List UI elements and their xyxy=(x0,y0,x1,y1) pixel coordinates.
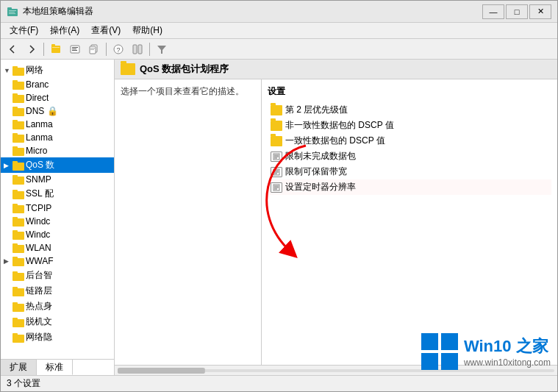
settings-item-conform[interactable]: 一致性数据包的 DSCP 值 xyxy=(268,133,551,149)
limit-unfinished-doc-icon xyxy=(271,152,282,162)
tree-label-wlan: WLAN xyxy=(26,243,51,253)
svg-rect-39 xyxy=(12,191,24,199)
watermark-text-container: Win10 之家 www.win10xitong.com xyxy=(464,335,551,368)
menu-view[interactable]: 查看(V) xyxy=(85,23,126,38)
tree-node-dns[interactable]: DNS 🔒 xyxy=(1,104,114,118)
tree-node-hotspot[interactable]: 热点身 xyxy=(1,299,114,314)
filter-button[interactable] xyxy=(153,41,171,57)
tab-standard[interactable]: 标准 xyxy=(37,360,73,375)
tree-node-windc1[interactable]: Windc xyxy=(1,215,114,228)
folder-icon-hotspot xyxy=(12,302,24,312)
help-button[interactable]: ? xyxy=(110,41,127,57)
folder-icon-snmp xyxy=(12,174,24,185)
svg-rect-30 xyxy=(12,120,18,122)
folder-icon-branch xyxy=(12,79,24,90)
folder-icon-offline xyxy=(12,317,24,327)
layer2-label: 第 2 层优先级值 xyxy=(285,104,348,116)
back-button[interactable] xyxy=(4,41,21,57)
tree-node-link[interactable]: 链路层 xyxy=(1,283,114,299)
maximize-button[interactable]: □ xyxy=(506,4,528,19)
menu-help[interactable]: 帮助(H) xyxy=(126,23,168,38)
svg-rect-26 xyxy=(12,93,18,96)
svg-rect-37 xyxy=(12,177,24,185)
svg-rect-51 xyxy=(12,273,24,281)
tree-node-bgzhi[interactable]: 后台智 xyxy=(1,268,114,283)
tree-node-micro[interactable]: Micro xyxy=(1,144,114,157)
svg-rect-40 xyxy=(12,190,18,192)
svg-rect-14 xyxy=(90,48,95,49)
tree-node-netpriv[interactable]: 网络隐 xyxy=(1,329,114,345)
tree-node-offline[interactable]: 脱机文 xyxy=(1,314,114,329)
svg-rect-34 xyxy=(12,146,18,149)
right-panel: QoS 数据包计划程序 选择一个项目来查看它的描述。 设置 第 2 xyxy=(115,60,557,375)
tree-node-tcpip[interactable]: TCPIP xyxy=(1,202,114,215)
settings-item-limit-bandwidth[interactable]: 限制可保留带宽 xyxy=(268,164,551,179)
settings-item-layer2[interactable]: 第 2 层优先级值 xyxy=(268,102,551,118)
minimize-button[interactable]: — xyxy=(482,4,504,19)
qos-header: QoS 数据包计划程序 xyxy=(115,60,557,79)
folder-icon-dns xyxy=(12,106,24,116)
svg-rect-57 xyxy=(12,319,24,327)
svg-rect-76 xyxy=(441,333,458,350)
folder-icon-direct xyxy=(12,93,24,103)
tree-node-branch[interactable]: Branc xyxy=(1,78,114,91)
svg-rect-15 xyxy=(90,49,94,50)
limit-bandwidth-doc-icon xyxy=(271,167,282,177)
copy-button[interactable] xyxy=(85,41,103,57)
tree-node-lanma1[interactable]: Lanma xyxy=(1,118,114,131)
expand-button[interactable] xyxy=(129,41,146,57)
tree-node-ssl[interactable]: SSL 配 xyxy=(1,186,114,202)
tree-root-network[interactable]: ▼ 网络 xyxy=(1,63,114,78)
svg-rect-74 xyxy=(118,368,205,374)
wwaf-arrow-icon: ▶ xyxy=(4,257,11,265)
svg-rect-43 xyxy=(12,218,24,227)
folder-icon-wlan xyxy=(12,243,24,253)
tree-node-qos[interactable]: ▶ QoS 数 xyxy=(1,157,114,173)
svg-rect-49 xyxy=(12,258,24,266)
tree-label-lanma1: Lanma xyxy=(26,119,53,129)
limit-bandwidth-label: 限制可保留带宽 xyxy=(285,165,347,178)
tree-node-direct[interactable]: Direct xyxy=(1,91,114,104)
menu-action[interactable]: 操作(A) xyxy=(44,23,85,38)
title-bar: 本地组策略编辑器 — □ ✕ xyxy=(1,1,557,23)
menu-file[interactable]: 文件(F) xyxy=(4,23,44,38)
svg-rect-2 xyxy=(9,10,16,11)
status-bar: 3 个设置 xyxy=(1,375,557,391)
collapse-icon: ▼ xyxy=(4,67,11,74)
forward-button[interactable] xyxy=(23,41,40,57)
tree-tabs: 扩展 标准 xyxy=(1,359,114,375)
tree-node-wlan[interactable]: WLAN xyxy=(1,241,114,254)
timer-doc-icon xyxy=(271,182,282,193)
svg-rect-35 xyxy=(12,163,24,171)
svg-text:?: ? xyxy=(116,46,120,54)
svg-rect-29 xyxy=(12,121,24,129)
watermark: Win10 之家 www.win10xitong.com xyxy=(421,333,551,370)
folder-icon-windc2 xyxy=(12,229,24,240)
svg-rect-75 xyxy=(421,333,438,350)
tree-node-windc2[interactable]: Windc xyxy=(1,228,114,241)
tab-expand[interactable]: 扩展 xyxy=(1,360,37,375)
svg-rect-38 xyxy=(12,175,18,177)
up-button[interactable] xyxy=(47,41,65,57)
settings-item-timer[interactable]: 设置定时器分辨率 xyxy=(268,179,551,195)
tree-label-direct: Direct xyxy=(26,93,49,103)
svg-rect-7 xyxy=(52,47,60,48)
tree-node-snmp[interactable]: SNMP xyxy=(1,173,114,186)
tree-node-wwaf[interactable]: ▶ WWAF xyxy=(1,254,114,268)
svg-rect-77 xyxy=(421,353,438,370)
tree-node-lanma2[interactable]: Lanma xyxy=(1,131,114,144)
show-button[interactable] xyxy=(66,41,84,57)
settings-item-non-conform[interactable]: 非一致性数据包的 DSCP 值 xyxy=(268,118,551,133)
settings-item-limit-unfinished[interactable]: 限制未完成数据包 xyxy=(268,149,551,164)
tree-label-offline: 脱机文 xyxy=(26,316,52,328)
folder-icon-qos xyxy=(12,160,24,171)
close-button[interactable]: ✕ xyxy=(529,4,551,19)
layer2-folder-icon xyxy=(271,105,282,115)
conform-folder-icon xyxy=(271,136,282,146)
menu-bar: 文件(F) 操作(A) 查看(V) 帮助(H) xyxy=(1,23,557,39)
svg-rect-24 xyxy=(12,80,18,82)
svg-rect-36 xyxy=(12,161,18,163)
svg-rect-19 xyxy=(138,45,142,54)
svg-rect-59 xyxy=(12,335,24,343)
svg-rect-50 xyxy=(12,257,18,259)
